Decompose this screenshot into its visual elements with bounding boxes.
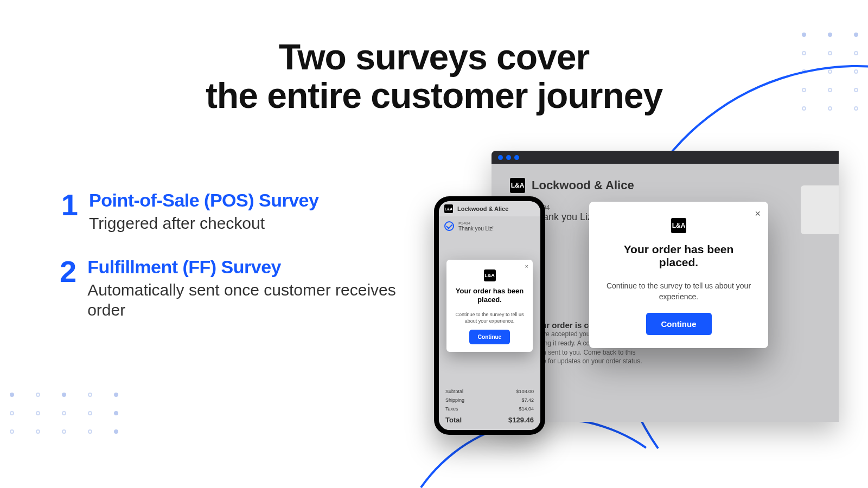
survey-types-list: 1 Point-of-Sale (POS) Survey Triggered a…: [60, 190, 407, 343]
store-logo-icon: L&A: [671, 218, 686, 233]
phone-order-meta: #1404 Thank you Liz!: [439, 216, 540, 236]
store-header: L&A Lockwood & Alice: [510, 178, 820, 193]
modal-heading: Your order has been placed.: [603, 243, 754, 269]
product-thumbnail: [801, 185, 839, 234]
shipping-value: $7.42: [521, 397, 534, 403]
subtotal-label: Subtotal: [445, 389, 463, 394]
phone-screen: L&A Lockwood & Alice #1404 Thank you Liz…: [439, 201, 540, 430]
dot-pattern-bottom-left: [10, 393, 118, 434]
total-value: $129.46: [508, 416, 534, 424]
taxes-value: $14.04: [519, 406, 534, 412]
browser-titlebar: [492, 151, 839, 164]
phone-order-totals: Subtotal$108.00 Shipping$7.42 Taxes$14.0…: [439, 383, 540, 430]
list-item: 1 Point-of-Sale (POS) Survey Triggered a…: [60, 190, 407, 234]
shipping-label: Shipping: [445, 397, 464, 403]
item-title: Fulfillment (FF) Survey: [87, 256, 407, 278]
modal-body: Continue to the survey to tell us about …: [454, 311, 525, 324]
phone-store-header: L&A Lockwood & Alice: [439, 201, 540, 216]
modal-heading: Your order has been placed.: [454, 287, 525, 305]
item-number: 2: [60, 256, 76, 320]
order-thanks-text: Thank you Liz!: [458, 226, 494, 232]
total-label: Total: [445, 416, 462, 424]
modal-body: Continue to the survey to tell us about …: [603, 281, 754, 302]
subtotal-value: $108.00: [516, 389, 534, 394]
order-id-label: #1404: [458, 221, 494, 226]
headline-line2: the entire customer journey: [206, 75, 662, 115]
item-desc: Triggered after checkout: [89, 213, 318, 234]
store-logo-icon: L&A: [484, 269, 496, 281]
store-logo-icon: L&A: [510, 178, 525, 193]
store-logo-icon: L&A: [444, 204, 453, 213]
close-icon[interactable]: ×: [755, 208, 761, 220]
phone-device-frame: L&A Lockwood & Alice #1404 Thank you Liz…: [434, 196, 545, 435]
page-headline: Two surveys cover the entire customer jo…: [0, 38, 868, 115]
store-name: Lockwood & Alice: [457, 206, 508, 212]
headline-line1: Two surveys cover: [279, 37, 589, 77]
continue-button[interactable]: Continue: [646, 313, 712, 335]
continue-button[interactable]: Continue: [469, 330, 510, 344]
check-circle-icon: [444, 221, 454, 231]
item-number: 1: [60, 190, 78, 234]
taxes-label: Taxes: [445, 406, 458, 412]
phone-survey-modal: × L&A Your order has been placed. Contin…: [446, 260, 533, 352]
desktop-survey-modal: × L&A Your order has been placed. Contin…: [589, 202, 768, 348]
item-title: Point-of-Sale (POS) Survey: [89, 190, 318, 211]
store-name: Lockwood & Alice: [532, 178, 634, 192]
close-icon[interactable]: ×: [525, 263, 528, 269]
list-item: 2 Fulfillment (FF) Survey Automatically …: [60, 256, 407, 320]
item-desc: Automatically sent once customer receive…: [87, 280, 407, 320]
